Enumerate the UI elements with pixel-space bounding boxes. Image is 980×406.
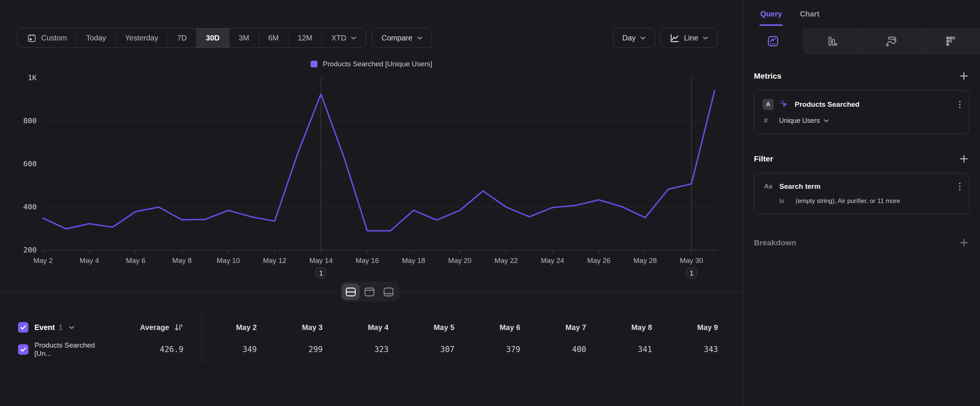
event-header-cell: Event 1 xyxy=(0,322,112,333)
range-label: Custom xyxy=(41,34,67,42)
plus-icon xyxy=(959,154,969,164)
chart-type-label: Line xyxy=(684,34,698,42)
range-xtd[interactable]: XTD xyxy=(321,29,366,48)
table-column-divider xyxy=(201,316,202,361)
range-label: 3M xyxy=(239,34,249,42)
metric-name[interactable]: Products Searched xyxy=(795,100,859,108)
layout-toggle xyxy=(340,282,399,302)
range-label: Yesterday xyxy=(125,34,158,42)
x-axis-label: May 24 xyxy=(532,256,573,265)
breakdown-title: Breakdown xyxy=(754,238,796,247)
y-axis-label: 400 xyxy=(7,202,37,211)
metric-letter-badge: A xyxy=(762,99,774,110)
line-chart[interactable] xyxy=(0,53,743,292)
line-chart-icon xyxy=(670,33,679,43)
date-column-header: May 6 xyxy=(465,323,531,332)
toolbar: CustomTodayYesterday7D30D3M6M12MXTD Comp… xyxy=(17,28,718,48)
date-column-header: May 7 xyxy=(531,323,597,332)
compare-label: Compare xyxy=(382,34,412,42)
range-30d[interactable]: 30D xyxy=(196,29,229,48)
kebab-icon xyxy=(959,182,961,191)
granularity-label: Day xyxy=(622,34,636,42)
tab-flows[interactable] xyxy=(861,28,921,54)
granularity-dropdown[interactable]: Day xyxy=(613,28,655,48)
kebab-icon xyxy=(959,100,961,109)
metric-measure-row: # Unique Users xyxy=(762,117,961,125)
date-column-header: May 8 xyxy=(597,323,663,332)
filter-card[interactable]: Aa Search term Is (empty string), Air pu… xyxy=(754,173,969,214)
chevron-down-icon[interactable] xyxy=(69,326,75,329)
filter-section-header: Filter xyxy=(754,152,969,166)
insights-icon xyxy=(767,35,779,47)
value-cell: 299 xyxy=(267,345,333,354)
plus-icon xyxy=(959,238,969,248)
metrics-section-header: Metrics xyxy=(754,69,969,83)
annotation-badge[interactable]: 1 xyxy=(315,267,326,279)
sidebar-header: Query Chart xyxy=(743,0,980,28)
range-3m[interactable]: 3M xyxy=(229,29,259,48)
calendar-icon xyxy=(27,33,37,43)
add-metric-button[interactable] xyxy=(958,70,969,82)
filter-property-name[interactable]: Search term xyxy=(780,182,821,191)
add-breakdown-button[interactable] xyxy=(958,237,969,248)
chart-view-button[interactable] xyxy=(361,283,379,300)
select-all-checkbox[interactable] xyxy=(18,322,29,333)
value-cell: 349 xyxy=(201,345,267,354)
x-axis-label: May 26 xyxy=(578,256,619,265)
range-label: Today xyxy=(86,34,106,42)
sort-icon[interactable] xyxy=(174,322,183,332)
results-table: Event 1 Average May 2May 3May 4May 5May … xyxy=(0,317,743,361)
filter-menu-button[interactable] xyxy=(959,182,961,191)
compare-button[interactable]: Compare xyxy=(372,28,432,48)
chevron-down-icon xyxy=(824,119,829,123)
chart-view-icon xyxy=(364,287,375,297)
date-column-header: May 3 xyxy=(267,323,333,332)
tab-retention[interactable] xyxy=(921,28,980,54)
string-type-badge: Aa xyxy=(762,183,774,190)
filter-title: Filter xyxy=(754,154,773,163)
x-axis-label: May 8 xyxy=(161,256,202,265)
range-7d[interactable]: 7D xyxy=(168,29,197,48)
event-dropdown-label[interactable]: Event xyxy=(35,323,55,332)
metric-menu-button[interactable] xyxy=(959,100,961,109)
filter-card-row: Aa Search term xyxy=(762,182,961,191)
date-column-header: May 2 xyxy=(201,323,267,332)
x-axis-label: May 14 xyxy=(300,256,341,265)
tab-query[interactable]: Query xyxy=(760,10,782,18)
average-value: 426.9 xyxy=(160,345,183,354)
tab-funnels[interactable] xyxy=(803,28,862,54)
range-6m[interactable]: 6M xyxy=(259,29,288,48)
table-view-button[interactable] xyxy=(379,283,397,300)
add-filter-button[interactable] xyxy=(958,153,969,164)
range-yesterday[interactable]: Yesterday xyxy=(115,29,167,48)
sidebar-content: Metrics A Products Searched # xyxy=(743,54,980,250)
event-row-cell: Products Searched [Un... xyxy=(0,341,112,358)
metrics-title: Metrics xyxy=(754,72,782,81)
metric-card-row: A Products Searched xyxy=(762,99,961,110)
tab-chart[interactable]: Chart xyxy=(800,10,819,18)
chart-type-dropdown[interactable]: Line xyxy=(660,28,718,48)
chevron-down-icon xyxy=(351,36,356,40)
x-axis-label: May 22 xyxy=(485,256,527,265)
event-sparkle-icon xyxy=(780,100,789,109)
row-checkbox[interactable] xyxy=(18,344,29,355)
value-cell: 323 xyxy=(333,345,399,354)
date-column-header: May 5 xyxy=(399,323,465,332)
range-today[interactable]: Today xyxy=(76,29,115,48)
tab-insights[interactable] xyxy=(743,28,803,54)
filter-condition-row[interactable]: Is (empty string), Air purifier, or 11 m… xyxy=(762,197,961,205)
flows-icon xyxy=(885,35,897,47)
range-label: XTD xyxy=(331,34,346,42)
metric-card[interactable]: A Products Searched # Unique Users xyxy=(754,90,969,134)
range-label: 12M xyxy=(298,34,312,42)
range-label: 6M xyxy=(268,34,279,42)
measure-dropdown[interactable]: Unique Users xyxy=(779,117,829,125)
range-12m[interactable]: 12M xyxy=(288,29,321,48)
split-view-button[interactable] xyxy=(342,283,360,300)
y-axis-label: 1K xyxy=(7,73,37,82)
average-label: Average xyxy=(140,323,169,332)
range-custom[interactable]: Custom xyxy=(18,29,76,48)
annotation-badge[interactable]: 1 xyxy=(686,267,697,279)
y-axis-label: 600 xyxy=(7,159,37,168)
average-header-cell[interactable]: Average xyxy=(112,322,183,332)
